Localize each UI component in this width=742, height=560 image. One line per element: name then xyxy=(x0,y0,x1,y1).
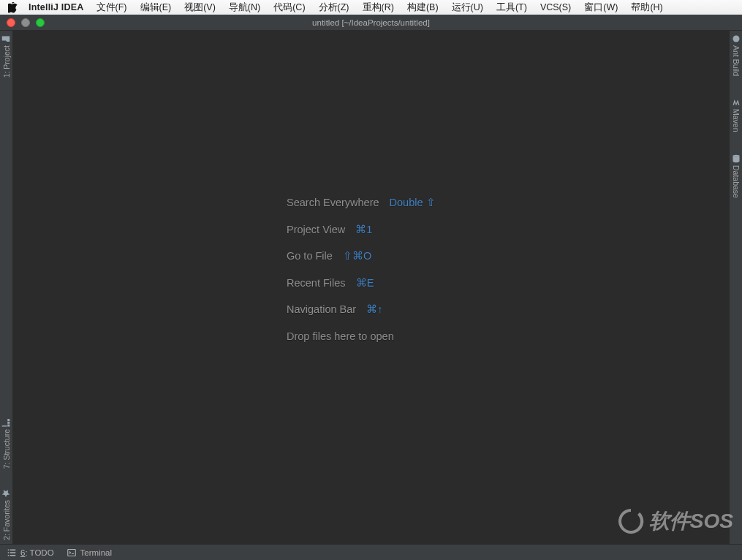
menu-window[interactable]: 窗口(W) xyxy=(584,1,618,14)
structure-icon xyxy=(2,418,11,427)
menu-navigate[interactable]: 导航(N) xyxy=(229,1,260,14)
tool-window-favorites[interactable]: 2: Favorites xyxy=(0,485,12,544)
editor-area[interactable]: Search Everywhere Double ⇧ Project View … xyxy=(13,31,729,544)
apple-menu-icon[interactable] xyxy=(7,2,18,13)
svg-rect-10 xyxy=(10,552,16,553)
tool-window-maven[interactable]: Maven xyxy=(730,94,742,136)
svg-rect-3 xyxy=(2,425,7,427)
shortcut: ⌘E xyxy=(356,277,374,289)
svg-rect-6 xyxy=(8,549,10,550)
label: Search Everywhere xyxy=(287,197,379,208)
svg-rect-0 xyxy=(8,424,10,426)
shortcut: ⇧⌘O xyxy=(343,250,371,262)
label: Project View xyxy=(287,224,345,235)
tool-window-structure-label: 7: Structure xyxy=(2,429,11,469)
tool-window-ant[interactable]: Ant Build xyxy=(730,31,742,80)
folder-icon xyxy=(2,34,11,43)
database-icon xyxy=(732,154,741,163)
shortcut-navigation-bar[interactable]: Navigation Bar ⌘↑ xyxy=(287,304,436,315)
tool-window-structure[interactable]: 7: Structure xyxy=(0,415,12,472)
menu-view[interactable]: 视图(V) xyxy=(184,1,216,14)
tool-terminal[interactable]: Terminal xyxy=(67,548,112,557)
window-titlebar: untitled [~/IdeaProjects/untitled] xyxy=(0,15,742,31)
menu-analyze[interactable]: 分析(Z) xyxy=(319,1,349,14)
menu-run[interactable]: 运行(U) xyxy=(452,1,483,14)
shortcut-project-view[interactable]: Project View ⌘1 xyxy=(287,224,436,235)
svg-rect-9 xyxy=(10,549,16,550)
label: Navigation Bar xyxy=(287,303,356,315)
svg-rect-2 xyxy=(8,419,10,421)
shortcut-go-to-file[interactable]: Go to File ⇧⌘O xyxy=(287,251,436,262)
shortcut-recent-files[interactable]: Recent Files ⌘E xyxy=(287,278,436,289)
bottom-tool-strip: 6: TODO Terminal xyxy=(0,544,742,560)
svg-rect-12 xyxy=(67,549,75,556)
window-minimize-button[interactable] xyxy=(21,18,30,27)
window-zoom-button[interactable] xyxy=(36,18,45,27)
tool-window-database[interactable]: Database xyxy=(730,151,742,202)
tool-window-project-label: 1: Project xyxy=(2,45,11,77)
app-name[interactable]: IntelliJ IDEA xyxy=(29,2,84,12)
tool-todo[interactable]: 6: TODO xyxy=(7,548,54,557)
shortcut: ⌘1 xyxy=(355,224,372,235)
right-tool-gutter: Ant Build Maven Database xyxy=(729,31,742,544)
drop-hint: Drop files here to open xyxy=(287,331,436,342)
menu-edit[interactable]: 编辑(E) xyxy=(140,1,172,14)
todo-label: : TODO xyxy=(25,548,53,557)
menu-tools[interactable]: 工具(T) xyxy=(496,1,527,14)
svg-point-4 xyxy=(732,36,739,42)
maven-icon xyxy=(732,98,741,107)
tool-window-ant-label: Ant Build xyxy=(732,45,741,76)
svg-rect-7 xyxy=(8,552,10,553)
menu-refactor[interactable]: 重构(R) xyxy=(363,1,394,14)
tool-window-maven-label: Maven xyxy=(732,109,741,132)
macos-menu-bar: IntelliJ IDEA 文件(F) 编辑(E) 视图(V) 导航(N) 代码… xyxy=(0,0,742,15)
star-icon xyxy=(2,489,11,498)
left-tool-gutter: 1: Project 7: Structure 2: Favorites xyxy=(0,31,13,544)
svg-rect-1 xyxy=(8,421,10,423)
list-icon xyxy=(7,548,16,557)
ide-frame: 1: Project 7: Structure 2: Favorites Sea… xyxy=(0,31,742,544)
label: Recent Files xyxy=(287,277,346,289)
svg-point-5 xyxy=(732,154,739,156)
welcome-shortcuts: Search Everywhere Double ⇧ Project View … xyxy=(287,197,436,357)
menu-help[interactable]: 帮助(H) xyxy=(631,1,662,14)
tool-window-favorites-label: 2: Favorites xyxy=(2,500,11,540)
menu-code[interactable]: 代码(C) xyxy=(273,1,305,14)
menu-vcs[interactable]: VCS(S) xyxy=(540,2,571,12)
tool-window-database-label: Database xyxy=(732,165,741,198)
shortcut: Double ⇧ xyxy=(390,197,436,208)
traffic-lights xyxy=(0,18,45,27)
window-title: untitled [~/IdeaProjects/untitled] xyxy=(312,18,430,27)
shortcut-search-everywhere[interactable]: Search Everywhere Double ⇧ xyxy=(287,197,436,208)
shortcut: ⌘↑ xyxy=(366,303,382,315)
svg-rect-8 xyxy=(8,555,10,556)
label: Go to File xyxy=(287,250,333,262)
window-close-button[interactable] xyxy=(7,18,15,27)
ant-icon xyxy=(732,34,741,43)
menu-build[interactable]: 构建(B) xyxy=(407,1,439,14)
svg-rect-11 xyxy=(10,555,16,556)
terminal-icon xyxy=(67,548,76,557)
menu-file[interactable]: 文件(F) xyxy=(96,1,127,14)
tool-window-project[interactable]: 1: Project xyxy=(0,31,12,81)
terminal-label: Terminal xyxy=(80,548,112,557)
